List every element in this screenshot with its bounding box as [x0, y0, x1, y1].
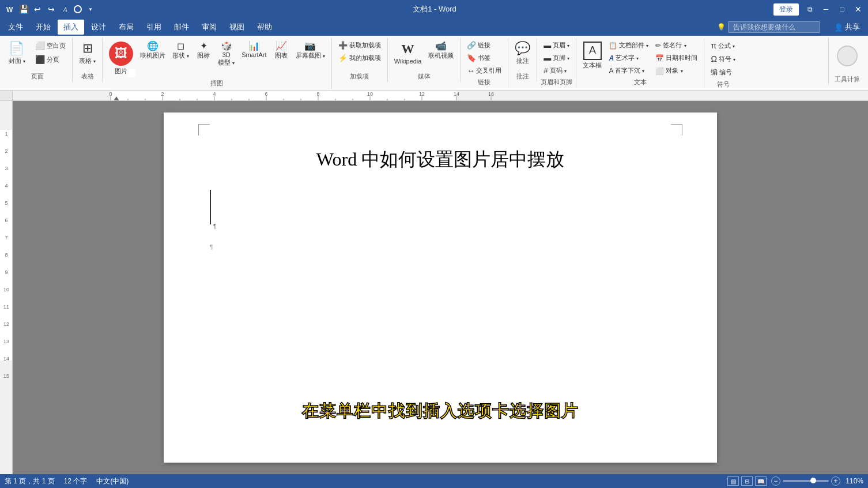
menu-insert[interactable]: 插入 [58, 20, 84, 35]
close-icon[interactable]: ✕ [853, 4, 863, 14]
ribbon-group-media: W Wikipedia 📹 联机视频 媒体 [388, 38, 461, 82]
maximize-icon[interactable]: □ [837, 4, 847, 14]
datetime-button[interactable]: 📅日期和时间 [652, 52, 700, 64]
minimize-icon[interactable]: ─ [821, 4, 831, 14]
ribbon-group-header-footer: ▬页眉 ▾ ▬页脚 ▾ #页码 ▾ 页眉和页脚 [537, 38, 576, 88]
svg-text:10: 10 [367, 91, 373, 97]
header-button[interactable]: ▬页眉 ▾ [541, 39, 572, 51]
shape-button[interactable]: ◻ 形状 ▾ [169, 39, 192, 62]
ribbon-group-illustrations: 🖼 ↖ 图片 🌐 联机图片 ◻ 形状 ▾ ✦ [103, 38, 332, 89]
page-number-button[interactable]: #页码 ▾ [541, 65, 572, 77]
quick-access-dropdown[interactable]: ▼ [85, 4, 96, 14]
menu-file[interactable]: 文件 [2, 20, 29, 35]
status-left: 第 1 页，共 1 页 12 个字 中文(中国) [5, 476, 129, 486]
menu-design[interactable]: 设计 [85, 20, 112, 35]
online-picture-button[interactable]: 🌐 联机图片 [137, 39, 168, 62]
cursor-area: ¶ [210, 190, 671, 230]
screenshot-button[interactable]: 📷 屏幕截图 ▾ [293, 39, 328, 62]
get-addins-button[interactable]: ➕获取加载项 [335, 39, 384, 51]
footer-button[interactable]: ▬页脚 ▾ [541, 52, 572, 64]
comment-button[interactable]: 💬 批注 [512, 39, 533, 67]
object-button[interactable]: ⬜对象 ▾ [652, 65, 700, 77]
drop-cap-button[interactable]: A首字下沉 ▾ [606, 65, 651, 77]
document-area[interactable]: Word 中如何设置图片居中摆放 ¶ ¶ 在菜单栏中找到插入选项卡选择图片 [13, 101, 868, 474]
svg-text:12: 12 [3, 321, 9, 327]
page-break-button[interactable]: ⬛分页 [32, 53, 69, 66]
autosave-icon[interactable]: A [60, 4, 70, 14]
save-icon[interactable]: 💾 [18, 4, 29, 14]
my-addins-button[interactable]: ⚡我的加载项 [335, 52, 384, 64]
title-bar-right: 登录 ⧉ ─ □ ✕ [773, 3, 863, 16]
menu-home[interactable]: 开始 [30, 20, 56, 35]
restore-window-icon[interactable]: ⧉ [805, 4, 815, 14]
menu-review[interactable]: 审阅 [196, 20, 222, 35]
signature-button[interactable]: ✏签名行 ▾ [652, 39, 700, 51]
blank-pagebreak-col: ⬜空白页 ⬛分页 [32, 39, 69, 66]
crossref-button[interactable]: ↔交叉引用 [464, 65, 504, 77]
addins-group-label: 加载项 [335, 71, 384, 81]
illustrations-group-items: 🖼 ↖ 图片 🌐 联机图片 ◻ 形状 ▾ ✦ [106, 39, 328, 78]
menu-layout[interactable]: 布局 [113, 20, 139, 35]
link-button[interactable]: 🔗链接 [464, 39, 504, 51]
language-info: 中文(中国) [96, 476, 129, 486]
bookmark-button[interactable]: 🔖书签 [464, 52, 504, 64]
wikipedia-button[interactable]: W Wikipedia [391, 39, 425, 67]
picture-button[interactable]: 🖼 ↖ 图片 [106, 39, 136, 78]
equation-button[interactable]: π公式 ▾ [708, 39, 738, 52]
3d-model-button[interactable]: 🎲 3D模型 ▾ [215, 39, 237, 69]
page-group-items: 📄 封面 ▾ ⬜空白页 ⬛分页 [6, 39, 69, 71]
ruler-corner [0, 91, 13, 101]
undo-icon[interactable]: ↩ [32, 4, 43, 14]
addins-col: ➕获取加载项 ⚡我的加载项 [335, 39, 384, 64]
symbol-button[interactable]: Ω符号 ▾ [708, 52, 738, 65]
content-area: 1 2 3 4 5 6 7 8 9 10 11 12 13 14 15 [0, 101, 868, 474]
doc-parts-button[interactable]: 📋文档部件 ▾ [606, 39, 651, 51]
svg-text:4: 4 [213, 91, 216, 97]
zoom-minus-button[interactable]: − [771, 476, 780, 486]
cover-col: 📄 封面 ▾ [6, 39, 31, 67]
window-title: 文档1 - Word [96, 4, 773, 14]
ruler-container: 0 2 4 6 8 [0, 91, 868, 101]
hf-col: ▬页眉 ▾ ▬页脚 ▾ #页码 ▾ [541, 39, 572, 77]
share-button[interactable]: 👤 共享 [834, 22, 860, 32]
zoom-track[interactable] [783, 480, 829, 482]
zoom-thumb [810, 478, 816, 483]
web-layout-button[interactable]: ⊟ [741, 476, 753, 486]
zoom-plus-button[interactable]: + [831, 476, 840, 486]
menu-bar: 文件 开始 插入 设计 布局 引用 邮件 审阅 视图 帮助 💡 👤 共享 [0, 18, 868, 36]
ribbon-group-addins: ➕获取加载项 ⚡我的加载项 加载项 [332, 38, 388, 82]
textbox-button[interactable]: A 文本框 [580, 39, 605, 72]
table-button[interactable]: ⊞ 表格 ▾ [76, 39, 99, 67]
document-page: Word 中如何设置图片居中摆放 ¶ ¶ 在菜单栏中找到插入选项卡选择图片 [164, 112, 717, 463]
svg-text:5: 5 [5, 200, 7, 206]
zoom-level: 110% [843, 477, 863, 485]
subtitle-text: 在菜单栏中找到插入选项卡选择图片 [302, 402, 579, 420]
print-layout-button[interactable]: ▤ [727, 476, 739, 486]
corner-mark-tl [198, 124, 210, 136]
numbering-button[interactable]: 编编号 [708, 66, 738, 79]
table-group-items: ⊞ 表格 ▾ [76, 39, 99, 71]
icon-button[interactable]: ✦ 图标 [193, 39, 214, 62]
menu-references[interactable]: 引用 [141, 20, 167, 35]
blank-page-button[interactable]: ⬜空白页 [32, 39, 69, 52]
online-video-button[interactable]: 📹 联机视频 [425, 39, 456, 62]
redo-icon[interactable]: ↪ [46, 4, 56, 14]
status-right: ▤ ⊟ 📖 − + 110% [727, 476, 863, 486]
wordart-button[interactable]: A艺术字 ▾ [606, 52, 651, 64]
svg-text:12: 12 [419, 91, 425, 97]
menu-mailings[interactable]: 邮件 [168, 20, 195, 35]
menu-help[interactable]: 帮助 [251, 20, 278, 35]
read-mode-button[interactable]: 📖 [755, 476, 767, 486]
ribbon-group-links: 🔗链接 🔖书签 ↔交叉引用 链接 [461, 38, 508, 88]
cursor-overlay: ↖ [127, 69, 135, 77]
chart-button[interactable]: 📈 图表 [271, 39, 292, 62]
cover-button[interactable]: 📄 封面 ▾ [6, 39, 31, 67]
svg-text:1: 1 [5, 131, 7, 137]
menu-view[interactable]: 视图 [224, 20, 250, 35]
empty-paragraph: ¶ [210, 241, 671, 251]
login-button[interactable]: 登录 [773, 3, 799, 16]
app-window: W 💾 ↩ ↪ A ▼ 文档1 - Word 登录 ⧉ ─ □ ✕ 文件 开始 … [0, 0, 868, 488]
tell-me-input[interactable] [728, 21, 820, 33]
hf-group-label: 页眉和页脚 [541, 77, 572, 87]
smartart-button[interactable]: 📊 SmartArt [239, 39, 269, 61]
